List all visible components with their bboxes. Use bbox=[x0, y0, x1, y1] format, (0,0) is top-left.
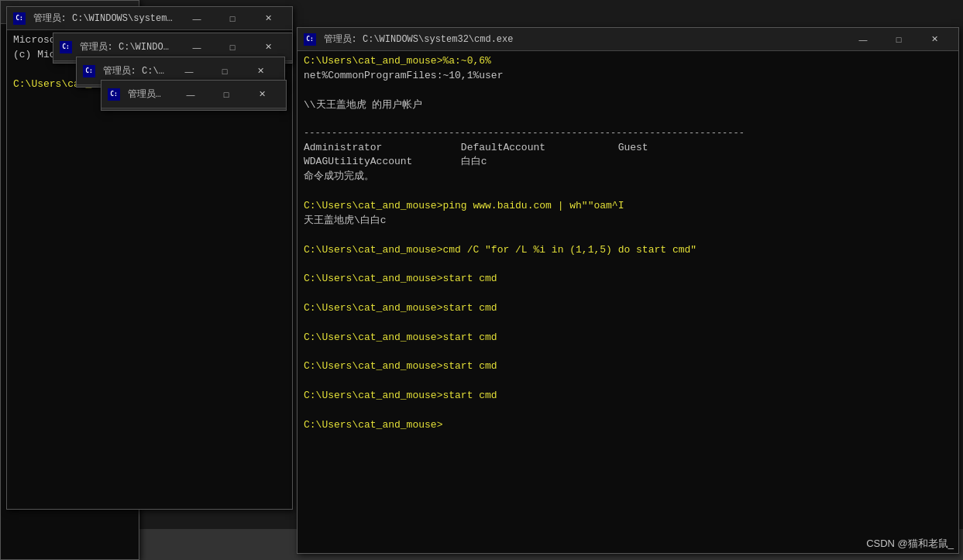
cmd-icon-4: C: bbox=[83, 65, 95, 77]
main-line-success: 命令成功完成。 bbox=[304, 170, 952, 184]
titlebar-title-main: 管理员: C:\WINDOWS\system32\cmd.exe bbox=[324, 33, 839, 46]
win2-close-btn[interactable]: ✕ bbox=[250, 7, 286, 30]
win4-restore-btn[interactable]: □ bbox=[207, 60, 242, 83]
win2-controls[interactable]: — □ ✕ bbox=[179, 7, 286, 30]
main-line-1: C:\Users\cat_and_mouse>%a:~0,6% bbox=[304, 54, 952, 69]
main-close-btn[interactable]: ✕ bbox=[917, 28, 952, 51]
cmd-icon-3: C: bbox=[60, 41, 72, 53]
win3-minimize-btn[interactable]: — bbox=[179, 36, 215, 59]
win5-restore-btn[interactable]: □ bbox=[208, 83, 244, 106]
main-line-blank5 bbox=[304, 316, 952, 331]
main-line-3 bbox=[304, 84, 952, 98]
window-5: C: 管理员: C:\WINDOWS\system32天王盖地虎\白白c — □… bbox=[101, 80, 287, 111]
main-line-blank1 bbox=[304, 184, 952, 199]
main-controls[interactable]: — □ ✕ bbox=[845, 28, 952, 51]
win5-close-btn[interactable]: ✕ bbox=[244, 83, 280, 106]
win4-minimize-btn[interactable]: — bbox=[171, 60, 207, 83]
main-line-blank3 bbox=[304, 257, 952, 272]
main-console: C:\Users\cat_and_mouse>%a:~0,6% net%Comm… bbox=[297, 51, 958, 553]
watermark: CSDN @猫和老鼠_ bbox=[866, 537, 954, 551]
main-line-cmd-for: C:\Users\cat_and_mouse>cmd /C "for /L %i… bbox=[304, 243, 952, 258]
titlebar-title-2: 管理员: C:\WINDOWS\system32\cmd.exe bbox=[33, 12, 173, 25]
titlebar-title-3: 管理员: C:\WINDOWS\system32\cmd.ex bbox=[80, 40, 173, 53]
cmd-icon-2: C: bbox=[13, 12, 26, 25]
main-line-blank6 bbox=[304, 345, 952, 359]
win2-restore-btn[interactable]: □ bbox=[215, 7, 250, 30]
main-line-accounts: Administrator DefaultAccount Guest bbox=[304, 141, 952, 156]
main-minimize-btn[interactable]: — bbox=[845, 28, 881, 51]
main-line-accounts2: WDAGUtilityAccount 白白c bbox=[304, 155, 952, 170]
main-line-2: net%CommonProgramFiles:~10,1%user bbox=[304, 69, 952, 84]
titlebar-main[interactable]: C: 管理员: C:\WINDOWS\system32\cmd.exe — □ … bbox=[297, 28, 958, 51]
titlebar-title-5: 管理员: C:\WINDOWS\system32天王盖地虎\白白c bbox=[128, 88, 167, 101]
main-line-start1: C:\Users\cat_and_mouse>start cmd bbox=[304, 272, 952, 287]
cmd-icon-5: C: bbox=[108, 88, 120, 101]
win3-restore-btn[interactable]: □ bbox=[215, 36, 250, 59]
main-line-blank8 bbox=[304, 404, 952, 418]
main-line-prompt: C:\Users\cat_and_mouse> bbox=[304, 418, 952, 433]
win3-controls[interactable]: — □ ✕ bbox=[179, 36, 286, 59]
main-line-blank2 bbox=[304, 228, 952, 243]
win3-close-btn[interactable]: ✕ bbox=[250, 36, 286, 59]
main-line-4: \\天王盖地虎 的用户帐户 bbox=[304, 98, 952, 113]
main-line-start4: C:\Users\cat_and_mouse>start cmd bbox=[304, 359, 952, 374]
win4-close-btn[interactable]: ✕ bbox=[242, 60, 278, 83]
main-line-pingout: 天王盖地虎\白白c bbox=[304, 214, 952, 228]
main-line-ping: C:\Users\cat_and_mouse>ping www.baidu.co… bbox=[304, 199, 952, 214]
main-restore-btn[interactable]: □ bbox=[881, 28, 917, 51]
win4-controls[interactable]: — □ ✕ bbox=[171, 60, 278, 83]
titlebar-title-4: 管理员: C:\WINDOWS\system32\cm bbox=[103, 64, 165, 77]
main-separator: ----------------------------------------… bbox=[304, 127, 952, 140]
titlebar-2[interactable]: C: 管理员: C:\WINDOWS\system32\cmd.exe — □ … bbox=[7, 7, 292, 30]
win5-controls[interactable]: — □ ✕ bbox=[173, 83, 280, 106]
main-line-start3: C:\Users\cat_and_mouse>start cmd bbox=[304, 331, 952, 345]
cmd-icon-main: C: bbox=[304, 33, 316, 46]
window-main: C: 管理员: C:\WINDOWS\system32\cmd.exe — □ … bbox=[297, 27, 959, 554]
titlebar-5[interactable]: C: 管理员: C:\WINDOWS\system32天王盖地虎\白白c — □… bbox=[101, 81, 286, 108]
main-line-start2: C:\Users\cat_and_mouse>start cmd bbox=[304, 301, 952, 316]
main-line-blank4 bbox=[304, 287, 952, 301]
main-line-start5: C:\Users\cat_and_mouse>start cmd bbox=[304, 389, 952, 404]
win2-minimize-btn[interactable]: — bbox=[179, 7, 215, 30]
watermark-text: CSDN @猫和老鼠_ bbox=[866, 538, 954, 549]
main-line-5 bbox=[304, 112, 952, 127]
main-line-blank7 bbox=[304, 374, 952, 389]
win5-minimize-btn[interactable]: — bbox=[173, 83, 208, 106]
